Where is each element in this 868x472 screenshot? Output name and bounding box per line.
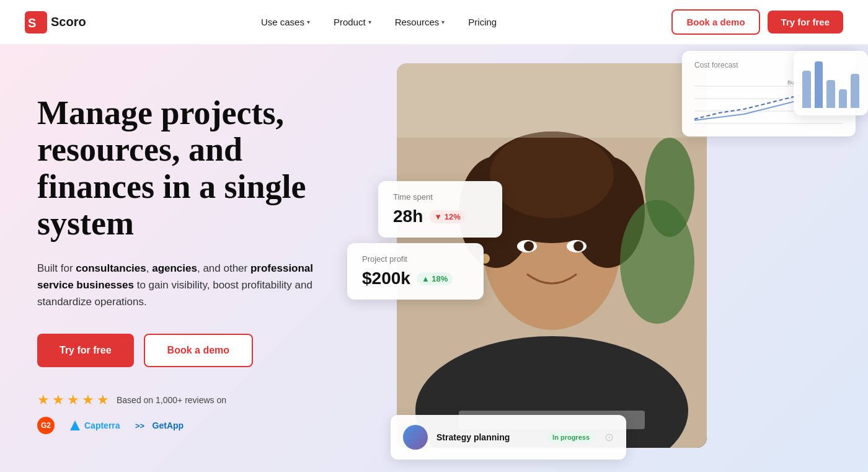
star-rating: ★ ★ ★ ★ ★ Based on 1,000+ reviews on (37, 392, 335, 408)
nav-resources[interactable]: Resources ▾ (386, 12, 454, 32)
project-profit-card: Project profit $200k ▲ 18% (347, 243, 484, 300)
capterra-logo: Capterra (69, 420, 120, 431)
hero-subtitle: Built for consultancies, agencies, and o… (37, 260, 335, 311)
bar-3 (826, 80, 835, 108)
try-for-free-button[interactable]: Try for free (768, 11, 843, 33)
star-4: ★ (82, 392, 94, 408)
book-demo-button[interactable]: Book a demo (671, 9, 760, 35)
time-spent-change: ▼ 12% (429, 210, 466, 223)
hero-try-free-button[interactable]: Try for free (37, 334, 134, 367)
bar-5 (851, 74, 859, 108)
more-icon: ⊙ (604, 430, 614, 444)
star-5-half: ★ (97, 392, 109, 408)
project-profit-title: Project profit (362, 254, 469, 264)
project-profit-change: ▲ 18% (417, 272, 453, 285)
bar-chart-card (794, 51, 868, 115)
navigation: S Scoro Use cases ▾ Product ▾ Resources … (0, 0, 868, 45)
review-logos: G2 Capterra >> GetApp (37, 417, 335, 434)
svg-point-19 (645, 138, 694, 237)
nav-use-cases[interactable]: Use cases ▾ (252, 12, 319, 32)
star-3: ★ (67, 392, 79, 408)
chevron-down-icon: ▾ (368, 19, 371, 25)
bar-4 (839, 89, 848, 108)
hero-ctas: Try for free Book a demo (37, 334, 335, 367)
svg-text:S: S (28, 16, 36, 30)
hero-right: Cost forecast Budgeted vs actual (372, 45, 868, 472)
capterra-label: Capterra (84, 421, 120, 430)
getapp-icon: >> (135, 420, 149, 431)
hero-left: Manage projects, resources, and finances… (0, 45, 372, 472)
nav-product[interactable]: Product ▾ (325, 12, 380, 32)
bar-chart (802, 58, 859, 108)
svg-text:>>: >> (135, 421, 145, 430)
star-1: ★ (37, 392, 50, 408)
hero-title: Manage projects, resources, and finances… (37, 95, 335, 243)
time-spent-title: Time spent (393, 192, 487, 202)
project-profit-value: $200k (362, 269, 410, 288)
nav-actions: Book a demo Try for free (671, 9, 843, 35)
reviews-section: ★ ★ ★ ★ ★ Based on 1,000+ reviews on G2 … (37, 392, 335, 434)
g2-logo: G2 (37, 417, 55, 434)
svg-point-11 (490, 131, 614, 218)
strategy-status-badge: In progress (546, 432, 596, 443)
strategy-card: Strategy planning In progress ⊙ (391, 415, 626, 460)
bar-1 (802, 71, 811, 108)
svg-point-15 (574, 241, 583, 251)
review-text: Based on 1,000+ reviews on (117, 395, 226, 405)
time-spent-metric: 28h ▼ 12% (393, 207, 487, 226)
logo-text: Scoro (51, 15, 86, 29)
nav-pricing[interactable]: Pricing (459, 12, 505, 32)
time-spent-value: 28h (393, 207, 423, 226)
project-profit-metric: $200k ▲ 18% (362, 269, 469, 288)
svg-rect-20 (397, 63, 707, 138)
chevron-down-icon: ▾ (307, 19, 310, 25)
avatar (403, 425, 428, 450)
nav-links: Use cases ▾ Product ▾ Resources ▾ Pricin… (252, 12, 505, 32)
logo[interactable]: S Scoro (25, 11, 86, 33)
bar-2 (815, 61, 823, 108)
getapp-logo: >> GetApp (135, 420, 184, 431)
hero-book-demo-button[interactable]: Book a demo (144, 334, 253, 367)
strategy-text: Strategy planning (436, 432, 538, 443)
svg-point-14 (524, 241, 534, 251)
hero-section: Manage projects, resources, and finances… (0, 45, 868, 472)
getapp-label: GetApp (153, 421, 184, 430)
chevron-down-icon: ▾ (441, 19, 445, 25)
time-spent-card: Time spent 28h ▼ 12% (378, 181, 502, 238)
strategy-label: Strategy planning (436, 432, 510, 442)
star-2: ★ (52, 392, 64, 408)
capterra-icon (69, 420, 81, 431)
svg-marker-2 (70, 421, 80, 430)
